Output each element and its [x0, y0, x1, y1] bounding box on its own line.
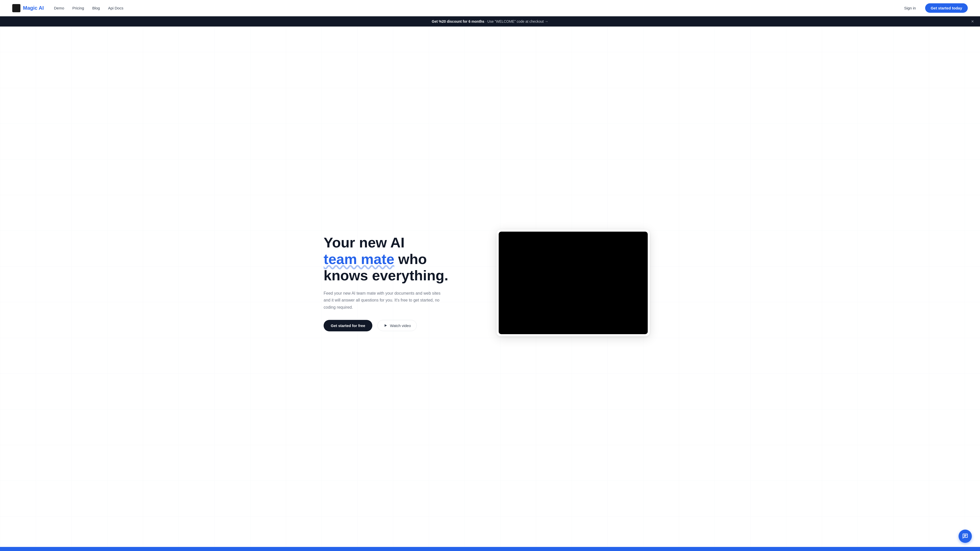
navbar-right: Sign in Get started today [900, 3, 968, 13]
nav-link-blog[interactable]: Blog [92, 6, 100, 10]
hero-title-blue: team mate [324, 251, 394, 267]
logo-text: Magic AI [23, 5, 44, 11]
video-container [496, 230, 650, 336]
cta-secondary-label: Watch video [390, 324, 411, 328]
hero-title-line2: who [398, 251, 427, 267]
get-started-nav-button[interactable]: Get started today [925, 3, 968, 13]
banner-close-button[interactable]: × [971, 19, 974, 24]
logo-link[interactable]: Magic AI [12, 4, 44, 12]
nav-link-demo[interactable]: Demo [54, 6, 64, 10]
hero-title-line3: knows everything. [324, 267, 449, 283]
hero-title: Your new AI team mate who knows everythi… [324, 234, 456, 284]
video-player[interactable] [499, 232, 648, 334]
chat-support-button[interactable] [959, 530, 972, 543]
nav-item-demo[interactable]: Demo [54, 6, 64, 11]
nav-item-api-docs[interactable]: Api Docs [108, 6, 123, 11]
navbar: Magic AI Demo Pricing Blog Api Docs Sign… [0, 0, 980, 16]
logo-icon [12, 4, 21, 12]
nav-item-blog[interactable]: Blog [92, 6, 100, 11]
nav-link-api-docs[interactable]: Api Docs [108, 6, 123, 10]
hero-cta-row: Get started for free Watch video [324, 320, 456, 331]
banner-highlight: Get %20 discount for 6 months [432, 19, 484, 24]
cta-primary-button[interactable]: Get started for free [324, 320, 372, 331]
banner-text: Get %20 discount for 6 months · Use "WEL… [432, 19, 549, 24]
hero-description: Feed your new AI team mate with your doc… [324, 290, 446, 311]
hero-section: Your new AI team mate who knows everythi… [311, 27, 669, 545]
hero-title-line1: Your new AI [324, 234, 404, 251]
hero-visual [490, 230, 656, 336]
cta-secondary-button[interactable]: Watch video [377, 320, 417, 331]
nav-item-pricing[interactable]: Pricing [73, 6, 84, 11]
banner-message: · Use "WELCOME" code at checkout → [484, 19, 548, 24]
nav-links: Demo Pricing Blog Api Docs [54, 6, 124, 11]
navbar-left: Magic AI Demo Pricing Blog Api Docs [12, 4, 123, 12]
hero-content: Your new AI team mate who knows everythi… [324, 234, 456, 331]
nav-link-pricing[interactable]: Pricing [73, 6, 84, 10]
sign-in-button[interactable]: Sign in [900, 4, 920, 12]
chat-icon [962, 533, 968, 539]
announcement-banner: Get %20 discount for 6 months · Use "WEL… [0, 16, 980, 27]
play-icon [383, 323, 388, 328]
